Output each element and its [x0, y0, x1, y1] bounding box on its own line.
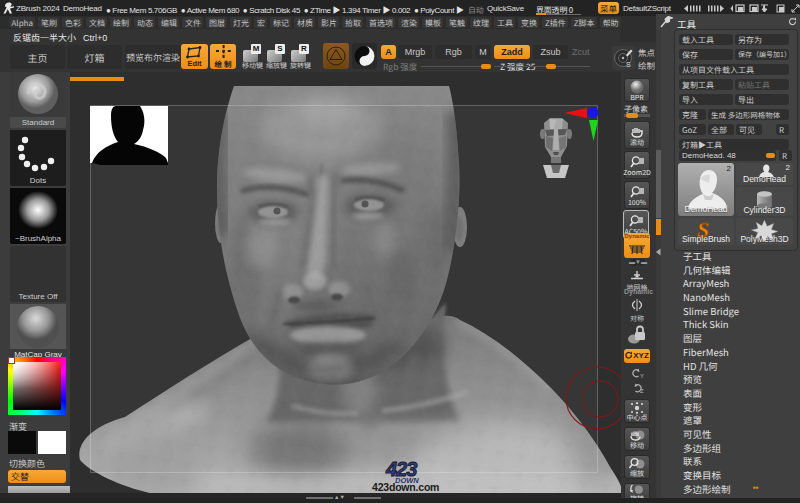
svg-text:Z: Z [640, 388, 644, 394]
svg-text:Y: Y [640, 373, 644, 379]
svg-text:S: S [626, 61, 631, 68]
svg-text:423down.com: 423down.com [372, 481, 439, 493]
